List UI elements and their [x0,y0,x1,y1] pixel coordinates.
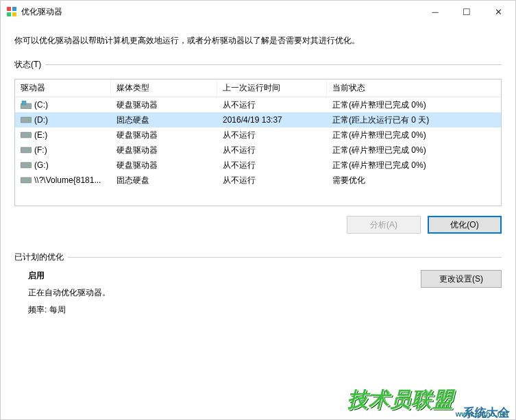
header-status[interactable]: 当前状态 [327,79,501,97]
description-text: 你可以优化驱动器以帮助计算机更高效地运行，或者分析驱动器以了解是否需要对其进行优… [14,35,502,47]
svg-rect-0 [7,7,11,11]
drive-name: \\?\Volume{8181... [34,175,101,185]
drive-media: 固态硬盘 [111,113,217,127]
svg-rect-11 [28,149,29,151]
minimize-button[interactable]: ─ [419,1,451,22]
drive-name: (D:) [34,115,48,125]
svg-rect-14 [21,177,32,183]
header-last[interactable]: 上一次运行时间 [217,79,327,97]
drive-last-run: 从不运行 [217,173,327,188]
drive-status: 需要优化 [327,173,501,188]
svg-rect-1 [12,7,16,11]
drive-last-run: 从不运行 [217,143,327,158]
svg-rect-15 [28,180,29,181]
svg-rect-5 [22,101,26,105]
schedule-section-label: 已计划的优化 [14,251,68,263]
svg-rect-8 [21,132,32,138]
window-title: 优化驱动器 [21,6,419,18]
watermark-url: www.jsgho.net [456,410,508,418]
change-settings-button[interactable]: 更改设置(S) [421,270,502,288]
svg-rect-12 [21,162,32,168]
analyze-button: 分析(A) [347,216,421,234]
drive-media: 硬盘驱动器 [111,143,217,158]
drive-status: 正常(碎片整理已完成 0%) [327,143,501,158]
drive-last-run: 从不运行 [217,158,327,173]
table-row[interactable]: (F:)硬盘驱动器从不运行正常(碎片整理已完成 0%) [15,143,501,158]
schedule-enabled-title: 启用 [28,270,421,282]
drive-icon [21,146,32,154]
drive-name: (F:) [34,145,47,155]
drive-status: 正常(碎片整理已完成 0%) [327,98,501,112]
table-row[interactable]: \\?\Volume{8181...固态硬盘从不运行需要优化 [15,173,501,188]
drive-list[interactable]: 驱动器 媒体类型 上一次运行时间 当前状态 (C:)硬盘驱动器从不运行正常(碎片… [14,79,502,206]
drive-media: 硬盘驱动器 [111,98,217,112]
header-media[interactable]: 媒体类型 [111,79,217,97]
drive-name: (G:) [34,160,49,170]
table-row[interactable]: (G:)硬盘驱动器从不运行正常(碎片整理已完成 0%) [15,158,501,173]
svg-rect-7 [28,119,29,121]
drive-last-run: 从不运行 [217,98,327,112]
svg-rect-3 [12,12,16,16]
drive-icon [21,161,32,169]
table-row[interactable]: (D:)固态硬盘2016/4/19 13:37正常(距上次运行已有 0 天) [15,112,501,127]
drive-name: (C:) [34,100,48,110]
status-section-label: 状态(T) [14,59,45,71]
titlebar: 优化驱动器 ─ ☐ ✕ [1,1,515,23]
drive-last-run: 2016/4/19 13:37 [217,114,327,126]
drive-icon [21,116,32,124]
drive-status: 正常(碎片整理已完成 0%) [327,128,501,143]
drive-media: 硬盘驱动器 [111,128,217,143]
maximize-button[interactable]: ☐ [451,1,482,22]
table-row[interactable]: (E:)硬盘驱动器从不运行正常(碎片整理已完成 0%) [15,127,501,143]
drive-icon [21,131,32,139]
drive-name: (E:) [34,130,47,140]
drive-last-run: 从不运行 [217,128,327,143]
svg-rect-13 [28,164,29,166]
defrag-app-icon [6,6,17,17]
drive-icon [21,101,32,109]
drive-media: 固态硬盘 [111,173,217,188]
table-header: 驱动器 媒体类型 上一次运行时间 当前状态 [15,79,501,97]
svg-rect-10 [21,147,32,153]
svg-rect-2 [7,12,11,16]
table-row[interactable]: (C:)硬盘驱动器从不运行正常(碎片整理已完成 0%) [15,97,501,112]
drive-media: 硬盘驱动器 [111,158,217,173]
watermark-green: 技术员联盟 [347,386,454,414]
svg-rect-9 [28,134,29,136]
drive-icon [21,176,32,184]
svg-rect-6 [21,117,32,123]
schedule-info-frequency: 频率: 每周 [28,304,421,316]
optimize-button[interactable]: 优化(O) [428,216,502,234]
drive-status: 正常(距上次运行已有 0 天) [327,113,501,127]
close-button[interactable]: ✕ [482,1,514,22]
drive-status: 正常(碎片整理已完成 0%) [327,158,501,173]
header-drive[interactable]: 驱动器 [15,79,111,97]
schedule-info-auto: 正在自动优化驱动器。 [28,287,421,299]
